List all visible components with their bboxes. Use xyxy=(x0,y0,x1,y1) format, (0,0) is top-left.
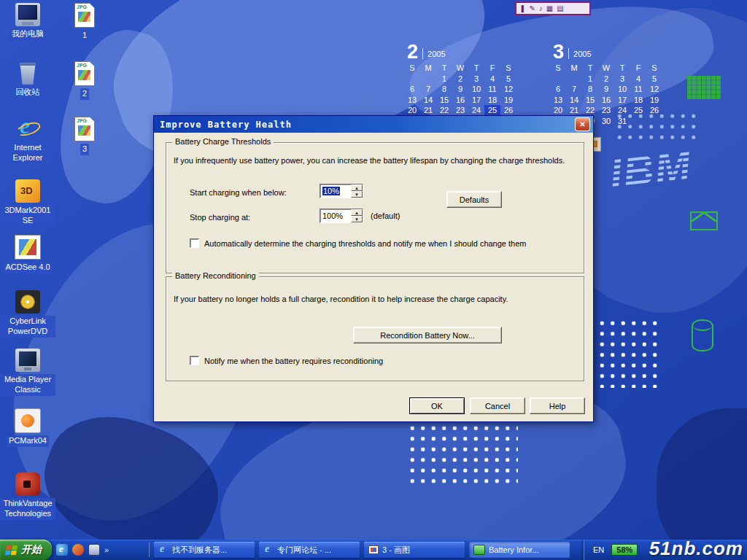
calendar-date: 30 xyxy=(598,116,614,127)
notify-reconditioning-checkbox[interactable] xyxy=(190,356,199,365)
spin-up-button[interactable] xyxy=(351,184,363,191)
spin-down-button[interactable] xyxy=(351,216,363,222)
calendar-day-header: M xyxy=(566,63,582,74)
quicklaunch-overflow-chevron[interactable]: » xyxy=(104,545,109,554)
quicklaunch-internet-explorer-icon[interactable] xyxy=(56,544,68,556)
calendar-date: 20 xyxy=(404,105,420,116)
language-indicator[interactable]: EN xyxy=(593,545,604,554)
calendar-date xyxy=(646,116,662,127)
volume-icon[interactable]: ♪ xyxy=(539,3,543,14)
tablet-icon[interactable]: ▦ xyxy=(546,3,553,14)
calendar-date: 15 xyxy=(436,95,452,106)
taskbar-task-2[interactable]: 专门网论坛 - ... xyxy=(259,542,360,558)
quicklaunch-media-player-icon[interactable] xyxy=(72,544,84,556)
calendar-date: 2 xyxy=(452,74,468,85)
icon-label: 我的电脑 xyxy=(9,28,46,40)
marker-icon[interactable]: ❚ xyxy=(519,3,525,14)
quicklaunch-show-desktop-icon[interactable] xyxy=(88,544,100,556)
calendar-date: 9 xyxy=(598,84,614,95)
desktop-icon-internet-explorer[interactable]: Internet Explorer xyxy=(0,117,55,164)
icon-label: 2 xyxy=(80,88,89,100)
calendar-date: 2 xyxy=(598,74,614,85)
desktop-icon-thinkvantage[interactable]: ThinkVantage Technologies xyxy=(0,472,55,520)
calendar-day-header: S xyxy=(500,63,516,74)
auto-determine-checkbox[interactable] xyxy=(190,238,199,248)
taskbar-task-3[interactable]: 3 - 画图 xyxy=(364,542,465,558)
notify-reconditioning-checkbox-label[interactable]: Notify me when the battery requires reco… xyxy=(204,357,383,365)
desktop-icon-powerdvd[interactable]: CyberLink PowerDVD xyxy=(0,290,55,338)
recondition-battery-now-button[interactable]: Recondition Battery Now... xyxy=(353,327,502,343)
dialog-titlebar[interactable]: Improve Battery Health ✕ xyxy=(154,116,593,133)
close-button[interactable]: ✕ xyxy=(575,117,590,131)
calendar-day-header: T xyxy=(436,63,452,74)
calendar-date: 16 xyxy=(452,95,468,106)
defaults-button[interactable]: Defaults xyxy=(446,191,502,208)
calendar-february: 2 2005 SMTWTFS 1234567891011121314151617… xyxy=(404,41,519,116)
desktop-icon-media-player-classic[interactable]: Media Player Classic xyxy=(0,349,55,396)
calendar-day-header: T xyxy=(468,63,484,74)
ibm-logo: IBM xyxy=(608,140,694,197)
start-button[interactable]: 开始 xyxy=(0,540,52,560)
charge-description: If you infrequently use battery power, y… xyxy=(174,156,565,165)
calendar-date: 4 xyxy=(630,74,646,85)
taskbar-task-1[interactable]: 找不到服务器... xyxy=(154,542,255,558)
calendar-month: 2 xyxy=(407,43,418,61)
pen-icon[interactable]: ✎ xyxy=(529,3,535,14)
taskbar-task-4[interactable]: Battery Infor... xyxy=(469,542,570,558)
desktop-icon-acdsee[interactable]: ACDSee 4.0 xyxy=(0,235,55,273)
desktop-icon-my-computer[interactable]: 我的电脑 xyxy=(0,3,55,40)
icon-label: Media Player Classic xyxy=(0,374,55,396)
battery-percent-indicator[interactable]: 58% xyxy=(611,544,638,556)
task-label: 3 - 画图 xyxy=(382,545,410,556)
calendar-date xyxy=(630,116,646,127)
start-threshold-value[interactable]: 10% xyxy=(320,184,351,198)
calendar-year: 2005 xyxy=(573,50,591,61)
desktop-icon-pcmark04[interactable]: PCMark04 xyxy=(0,408,55,447)
recondition-description: If your battery no longer holds a full c… xyxy=(174,295,508,303)
calendar-date: 17 xyxy=(614,95,630,106)
calendar-date xyxy=(550,74,566,85)
calendar-date: 16 xyxy=(598,95,614,106)
3dmark-icon xyxy=(15,179,40,203)
calendar-day-header: F xyxy=(484,63,500,74)
calendar-day-headers: SMTWTFS xyxy=(404,63,519,74)
calendar-date: 12 xyxy=(646,84,662,95)
jpg-file-icon xyxy=(74,61,95,86)
pen-toolbar-icons: ❚✎♪▦▤ xyxy=(519,3,564,14)
icon-label: 3DMark2001 SE xyxy=(0,205,55,227)
dot-grid-pattern xyxy=(597,318,662,388)
cancel-button[interactable]: Cancel xyxy=(470,397,525,414)
calendar-month: 3 xyxy=(553,43,564,61)
calendar-day-header: M xyxy=(420,63,436,74)
calendar-date: 11 xyxy=(630,84,646,95)
spin-up-button[interactable] xyxy=(351,209,363,216)
desktop-icon-3dmark2001[interactable]: 3DMark2001 SE xyxy=(0,179,55,227)
menu-icon[interactable]: ▤ xyxy=(557,3,563,14)
desktop-icon-jpg-2[interactable]: 2 xyxy=(64,61,105,100)
start-threshold-spinner: 10% xyxy=(320,184,363,198)
auto-determine-checkbox-label[interactable]: Automatically determine the charging thr… xyxy=(204,239,526,248)
group-title: Battery Reconditioning xyxy=(172,271,259,280)
desktop-icon-recycle-bin[interactable]: 回收站 xyxy=(0,61,55,98)
acdsee-icon xyxy=(15,235,41,260)
calendar-day-header: T xyxy=(582,63,598,74)
pen-tablet-toolbar[interactable]: ❚✎♪▦▤ xyxy=(515,1,591,15)
ok-button[interactable]: OK xyxy=(409,397,465,414)
spin-down-button[interactable] xyxy=(351,191,363,198)
calendar-date: 6 xyxy=(550,84,566,95)
calendar-header: 3 2005 xyxy=(550,41,665,61)
calendar-day-header: T xyxy=(614,63,630,74)
calendar-date: 21 xyxy=(420,105,436,116)
taskbar: 开始 » 找不到服务器...专门网论坛 - ...3 - 画图Battery I… xyxy=(0,540,747,560)
help-button[interactable]: Help xyxy=(530,397,585,414)
calendar-date: 21 xyxy=(566,105,582,116)
watermark-51nb: 51nb.com xyxy=(649,537,743,560)
stop-threshold-value[interactable]: 100% xyxy=(320,209,351,222)
dot-grid-pattern xyxy=(407,423,518,489)
powerdvd-icon xyxy=(15,290,40,314)
calendar-date: 24 xyxy=(468,105,484,116)
desktop-icon-jpg-1[interactable]: 1 xyxy=(64,3,105,42)
desktop-icon-jpg-3[interactable]: 3 xyxy=(64,117,105,155)
calendar-date xyxy=(566,74,582,85)
calendar-date: 8 xyxy=(582,84,598,95)
